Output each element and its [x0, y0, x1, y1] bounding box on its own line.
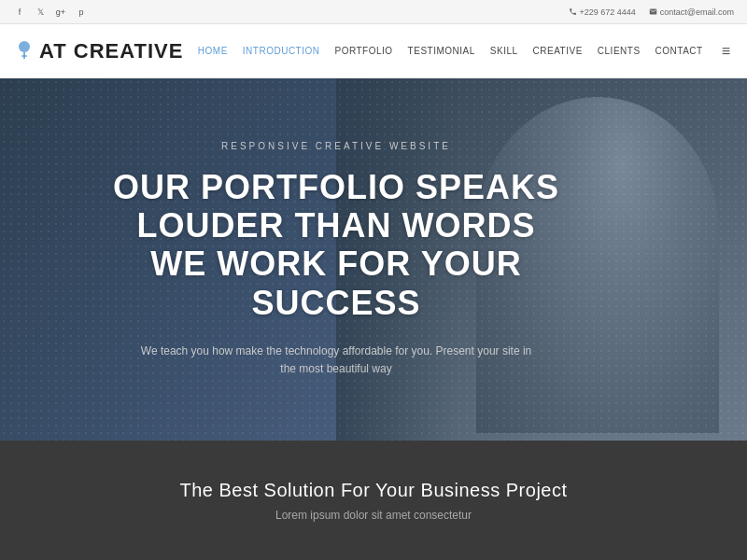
twitter-icon[interactable]: 𝕏 [34, 6, 47, 19]
phone-number: +229 672 4444 [580, 7, 636, 17]
hero-subtitle: RESPONSIVE CREATIVE WEBSITE [84, 141, 588, 151]
hamburger-menu[interactable]: ≡ [722, 43, 730, 60]
nav-home[interactable]: HOME [198, 46, 228, 56]
nav-contact[interactable]: CONTACT [655, 46, 703, 56]
nav-skill[interactable]: SKILL [490, 46, 518, 56]
svg-point-0 [19, 41, 30, 52]
logo-text: AT CREATIVE [39, 39, 183, 63]
hero-title: OUR PORTFOLIO SPEAKS LOUDER THAN WORDS W… [84, 168, 588, 323]
logo-icon [17, 40, 34, 63]
hero-description: We teach you how make the technology aff… [140, 343, 532, 378]
bottom-section: The Best Solution For Your Business Proj… [0, 441, 747, 560]
contact-info: +229 672 4444 contact@email.com [569, 7, 734, 17]
bottom-arrow [357, 544, 390, 560]
nav-clients[interactable]: CLIENTS [598, 46, 641, 56]
hero-title-line2: WE WORK FOR YOUR SUCCESS [150, 245, 521, 321]
bottom-title: The Best Solution For Your Business Proj… [179, 480, 567, 501]
hero-content: RESPONSIVE CREATIVE WEBSITE OUR PORTFOLI… [56, 141, 616, 379]
nav-portfolio[interactable]: PORTFOLIO [335, 46, 393, 56]
top-bar: f 𝕏 g+ p +229 672 4444 contact@email.com [0, 0, 747, 24]
main-nav: HOME INTRODUCTION PORTFOLIO TESTIMONIAL … [198, 43, 730, 60]
hero-title-line1: OUR PORTFOLIO SPEAKS LOUDER THAN WORDS [113, 168, 559, 245]
pinterest-icon[interactable]: p [75, 6, 88, 19]
email-info: contact@email.com [649, 7, 734, 17]
nav-introduction[interactable]: INTRODUCTION [243, 46, 320, 56]
phone-info: +229 672 4444 [569, 7, 636, 17]
email-address: contact@email.com [660, 7, 734, 17]
nav-testimonial[interactable]: TESTIMONIAL [408, 46, 475, 56]
facebook-icon[interactable]: f [13, 6, 26, 19]
bottom-subtitle: Lorem ipsum dolor sit amet consectetur [275, 509, 472, 522]
logo[interactable]: AT CREATIVE [17, 39, 183, 63]
social-links: f 𝕏 g+ p [13, 6, 88, 19]
nav-creative[interactable]: CREATIVE [533, 46, 583, 56]
hero-section: RESPONSIVE CREATIVE WEBSITE OUR PORTFOLI… [0, 78, 747, 441]
header: AT CREATIVE HOME INTRODUCTION PORTFOLIO … [0, 24, 747, 78]
google-plus-icon[interactable]: g+ [54, 6, 67, 19]
